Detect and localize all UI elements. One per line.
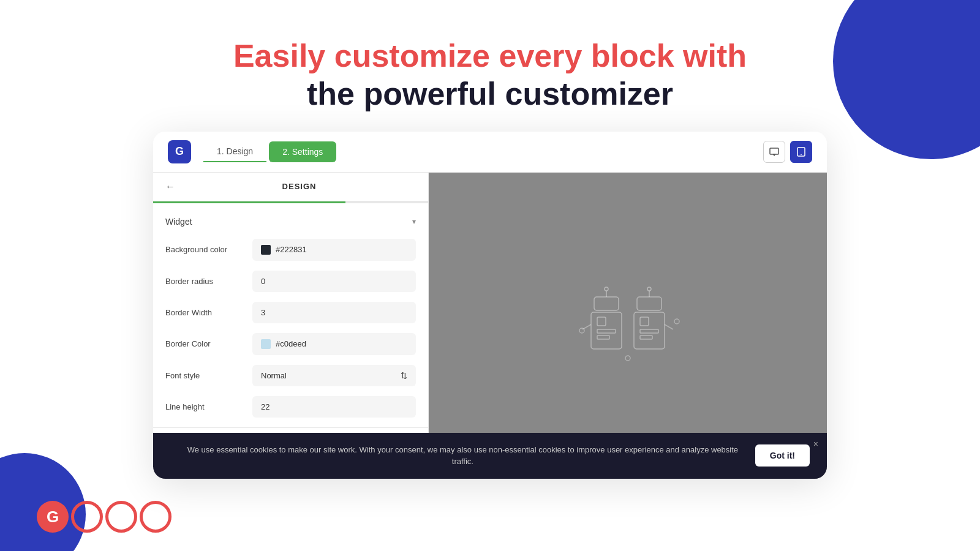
background-color-row: Background color #222831 xyxy=(153,234,428,266)
svg-rect-5 xyxy=(591,312,622,349)
header-section: Easily customize every block with the po… xyxy=(0,0,980,132)
border-color-swatch xyxy=(261,339,271,349)
svg-rect-0 xyxy=(770,148,778,154)
border-color-input[interactable]: #c0deed xyxy=(252,333,416,355)
svg-rect-9 xyxy=(634,312,665,349)
back-arrow[interactable]: ← xyxy=(165,181,175,192)
line-height-row: Line height 22 xyxy=(153,391,428,422)
font-style-select[interactable]: Normal ⇅ xyxy=(252,365,416,386)
border-width-value: 3 xyxy=(261,308,265,317)
font-style-label: Font style xyxy=(165,371,245,380)
cookie-banner: × We use essential cookies to make our s… xyxy=(153,433,827,479)
mockup-logo: G xyxy=(168,140,191,163)
panel-content: Widget ▾ Background color #222831 Border… xyxy=(153,203,428,459)
preview-svg xyxy=(548,263,707,386)
widget-section-arrow: ▾ xyxy=(412,217,416,226)
tab-design[interactable]: 1. Design xyxy=(203,141,266,162)
logo-circle-1 xyxy=(71,501,103,533)
tablet-icon xyxy=(796,147,806,157)
background-color-label: Background color xyxy=(165,245,245,254)
ui-mockup: G 1. Design 2. Settings xyxy=(153,132,827,479)
svg-rect-14 xyxy=(637,297,662,310)
svg-rect-12 xyxy=(640,335,652,339)
border-color-value: #c0deed xyxy=(276,339,306,348)
border-radius-row: Border radius 0 xyxy=(153,266,428,297)
svg-line-23 xyxy=(665,324,673,329)
line-height-input[interactable]: 22 xyxy=(252,396,416,418)
svg-rect-8 xyxy=(597,335,609,339)
border-radius-label: Border radius xyxy=(165,277,245,286)
svg-line-22 xyxy=(582,324,591,329)
background-color-swatch xyxy=(261,245,271,255)
font-style-row: Font style Normal ⇅ xyxy=(153,360,428,391)
svg-point-19 xyxy=(605,287,608,291)
border-width-label: Border Width xyxy=(165,308,245,317)
svg-rect-6 xyxy=(597,317,606,326)
svg-point-17 xyxy=(625,356,630,361)
logo-circle-2 xyxy=(105,501,137,533)
logo-letter: G xyxy=(175,145,184,158)
line-height-value: 22 xyxy=(261,402,270,411)
header-title-line2: the powerful customizer xyxy=(0,75,980,113)
font-style-value: Normal xyxy=(261,371,287,380)
svg-rect-10 xyxy=(640,317,649,326)
header-title-line1: Easily customize every block with xyxy=(0,37,980,75)
svg-rect-11 xyxy=(640,329,658,333)
widget-section-label: Widget xyxy=(165,217,192,227)
svg-rect-7 xyxy=(597,329,616,333)
desktop-icon xyxy=(769,147,779,157)
svg-point-21 xyxy=(647,287,651,291)
panel-title: DESIGN xyxy=(183,182,416,191)
tab-settings[interactable]: 2. Settings xyxy=(269,141,336,162)
mockup-topbar: G 1. Design 2. Settings xyxy=(153,132,827,173)
border-color-row: Border Color #c0deed xyxy=(153,328,428,360)
svg-rect-13 xyxy=(594,297,619,310)
cookie-text: We use essential cookies to make our sit… xyxy=(170,444,755,468)
svg-point-16 xyxy=(674,319,679,324)
border-color-label: Border Color xyxy=(165,339,245,348)
tablet-view-button[interactable] xyxy=(790,141,812,163)
topbar-right-buttons xyxy=(763,141,812,163)
desktop-view-button[interactable] xyxy=(763,141,785,163)
line-height-label: Line height xyxy=(165,402,245,411)
left-panel-header: ← DESIGN xyxy=(153,173,428,201)
preview-illustration xyxy=(548,263,707,388)
bottom-logo: G xyxy=(37,501,172,533)
cookie-got-it-button[interactable]: Got it! xyxy=(755,444,810,467)
border-width-row: Border Width 3 xyxy=(153,297,428,328)
mockup-tabs: 1. Design 2. Settings xyxy=(203,141,336,162)
border-width-input[interactable]: 3 xyxy=(252,302,416,323)
logo-g-circle: G xyxy=(37,501,69,533)
widget-section-header[interactable]: Widget ▾ xyxy=(153,209,428,234)
logo-circles: G xyxy=(37,501,172,533)
svg-point-4 xyxy=(801,154,802,155)
logo-circle-3 xyxy=(140,501,172,533)
font-style-arrow: ⇅ xyxy=(401,371,407,380)
border-radius-input[interactable]: 0 xyxy=(252,271,416,292)
border-radius-value: 0 xyxy=(261,277,265,286)
background-color-input[interactable]: #222831 xyxy=(252,239,416,261)
background-color-value: #222831 xyxy=(276,245,307,254)
cookie-close-button[interactable]: × xyxy=(813,439,818,449)
